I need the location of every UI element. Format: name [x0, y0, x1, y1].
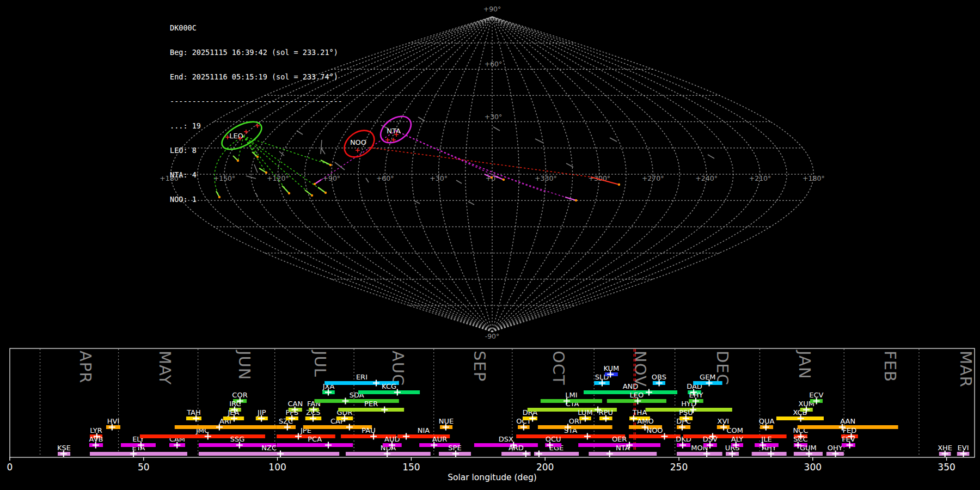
sporadic-meteor-segment: [708, 155, 714, 158]
sporadic-meteor-segment: [535, 139, 543, 143]
nta-trail-dotted: [396, 131, 576, 200]
map-label-latitude: +30°: [485, 113, 503, 121]
month-label-jan: JAN: [795, 350, 814, 379]
header-separator: ---------------------------------------: [170, 97, 342, 106]
shower-bar-nzc: [199, 452, 339, 456]
month-label-apr: APR: [76, 351, 95, 383]
count-leo: LEO: 8: [170, 146, 342, 155]
shower-label-and: AND: [623, 382, 639, 390]
x-axis-tick-label: 50: [138, 462, 150, 473]
shower-bar-mon: [677, 452, 722, 456]
map-label-north-pole: +90°: [483, 5, 501, 13]
shower-bar-lmi: [541, 399, 602, 403]
shower-bar-jpe: [277, 434, 335, 438]
shower-label-oer: OER: [612, 435, 627, 443]
sporadic-meteor-segment: [493, 127, 500, 131]
shower-label-scc: SCC: [793, 435, 807, 443]
nta-meteor-begin-marker: [491, 176, 493, 179]
map-label-longitude: +270°: [642, 174, 664, 182]
count-nta: NTA: 4: [170, 171, 342, 179]
shower-label-dsx: DSX: [499, 435, 513, 443]
shower-label-jea: JEA: [228, 408, 240, 416]
chart-frame: [10, 348, 975, 457]
shower-label-kum: KUM: [603, 364, 619, 372]
nta-trail-dotted: [396, 131, 544, 192]
count-noo: NOO: 1: [170, 195, 342, 204]
shower-label-gum: GUM: [800, 444, 817, 452]
map-label-longitude: +330°: [535, 174, 557, 182]
count-sporadic: ...: 19: [170, 122, 342, 130]
shower-bar-jle: [755, 443, 779, 447]
map-label-latitude: +60°: [485, 60, 503, 68]
shower-label-nzc: NZC: [261, 444, 277, 452]
month-label-feb: FEB: [881, 351, 899, 382]
sporadic-meteor-segment: [418, 117, 425, 121]
shower-bar-pca: [277, 443, 353, 447]
month-label-sep: SEP: [470, 351, 489, 382]
sporadic-meteor-segment: [468, 201, 474, 205]
observation-header: DK000C Beg: 20251115 16:39:42 (sol = 233…: [170, 8, 342, 212]
sporadic-meteor-segment: [610, 138, 617, 142]
map-label-longitude: +240°: [695, 174, 718, 182]
shower-bar-dsx: [474, 443, 538, 447]
shower-bar-nta: [589, 452, 657, 456]
shower-bar-ari: [175, 425, 276, 429]
month-label-jul: JUL: [311, 350, 329, 377]
month-label-dec: DEC: [713, 351, 732, 385]
shower-bar-jmc: [140, 434, 265, 438]
map-label-longitude: +30°: [430, 174, 448, 182]
radiant-label-nta: NTA: [387, 127, 401, 135]
map-label-south-pole: -90°: [485, 332, 500, 340]
map-label-longitude: +180°: [803, 174, 825, 182]
radiant-map-and-activity-chart: +90°-90°+60°+30°+180°+150°+120°+90°+60°+…: [0, 0, 980, 490]
shower-label-hvi: HVI: [107, 417, 120, 425]
shower-bar-sta: [516, 434, 625, 438]
shower-label-ssg: SSG: [230, 435, 245, 443]
sporadic-meteor-segment: [366, 178, 369, 182]
shower-label-per: PER: [364, 400, 378, 408]
shower-label-fed: FED: [843, 426, 857, 434]
shower-label-noo: NOO: [646, 426, 663, 434]
shower-label-nia: NIA: [418, 426, 430, 434]
shower-label-ocu: OCU: [546, 435, 561, 443]
month-label-may: MAY: [156, 351, 174, 385]
noo-meteor-begin-marker: [618, 183, 620, 186]
x-axis-tick-label: 350: [938, 462, 955, 473]
activity-chart: APRMAYJUNJULAUGSEPOCTNOVDECJANFEBMARKSEL…: [7, 348, 975, 482]
map-label-longitude: +210°: [749, 174, 771, 182]
shower-label-leo: LEO: [629, 391, 644, 399]
shower-label-spe: SPE: [448, 444, 461, 452]
x-axis-title: Solar longitude (deg): [448, 473, 537, 482]
shower-bar-ori: [538, 425, 612, 429]
sporadic-meteor-segment: [456, 180, 462, 183]
x-axis-tick-label: 100: [268, 462, 286, 473]
radiant-label-noo: NOO: [350, 138, 366, 146]
shower-bar-kcg: [358, 390, 420, 394]
month-label-oct: OCT: [549, 351, 568, 385]
nta-meteor-begin-marker: [503, 179, 505, 181]
x-axis-tick-label: 250: [670, 462, 688, 473]
shower-label-qua: QUA: [759, 417, 775, 425]
noo-trail-dotted: [369, 148, 591, 177]
month-label-mar: MAR: [957, 351, 975, 388]
shower-label-tah: TAH: [186, 408, 201, 416]
nta-trail-dotted: [396, 131, 504, 180]
shower-label-fev: FEV: [842, 435, 855, 443]
nta-meteor-begin-marker: [575, 199, 577, 201]
shower-label-eri: ERI: [356, 373, 367, 381]
shower-label-gem: GEM: [700, 373, 716, 381]
x-axis-tick-label: 200: [536, 462, 554, 473]
month-label-jun: JUN: [235, 350, 254, 380]
shower-bar-sda: [314, 399, 399, 403]
x-axis-tick-label: 300: [804, 462, 822, 473]
begin-time: Beg: 20251115 16:39:42 (sol = 233.21°): [170, 48, 342, 57]
x-axis-tick-label: 150: [402, 462, 420, 473]
shower-bar-per: [338, 408, 404, 412]
station-code: DK000C: [170, 24, 342, 32]
end-time: End: 20251116 05:15:19 (sol = 233.74°): [170, 73, 342, 81]
x-axis-tick-label: 0: [7, 462, 13, 473]
shower-label-lyr: LYR: [90, 426, 102, 434]
shower-label-ard: ARD: [509, 444, 524, 452]
shower-bar-eta: [90, 452, 187, 456]
shower-label-kcg: KCG: [382, 382, 396, 390]
